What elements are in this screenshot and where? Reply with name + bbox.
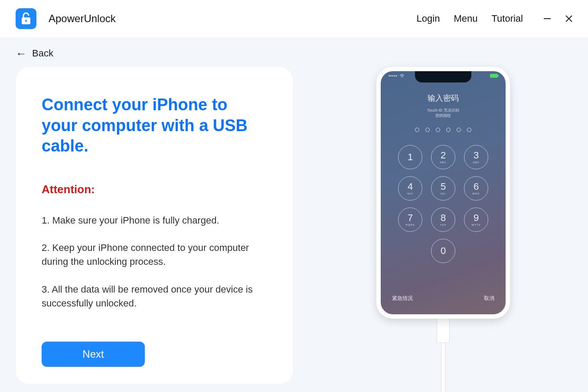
usb-connector [437,317,450,343]
login-link[interactable]: Login [417,13,440,24]
back-button[interactable]: ← Back [16,37,53,67]
phone-keypad: 12ABC3DEF4GHI5JKL6MNO7PQRS8TUV9WXYZ0 [381,145,506,263]
attention-item-2: 2. Keep your iPhone connected to your co… [42,241,267,269]
keypad-key-0: 0 [431,239,455,263]
attention-label: Attention: [42,183,267,196]
body-area: ← Back Connect your iPhone to your compu… [0,37,588,392]
next-button[interactable]: Next [42,342,145,367]
pin-dot [425,128,430,132]
phone-mockup: ••••• 输入密码 Touch ID 无法识别 您的指纹 [376,67,510,319]
keypad-key-5: 5JKL [431,176,455,201]
lock-icon [20,12,32,25]
cancel-link: 取消 [484,295,494,302]
minimize-button[interactable] [541,13,553,25]
battery-icon [490,74,498,78]
menu-link[interactable]: Menu [454,13,477,24]
lock-content: 输入密码 Touch ID 无法识别 您的指纹 [381,93,506,132]
phone-notch [415,71,471,82]
phone-illustration: ••••• 输入密码 Touch ID 无法识别 您的指纹 [310,67,576,392]
header-right: Login Menu Tutorial [417,13,575,25]
keypad-key-3: 3DEF [464,145,488,169]
header-left: ApowerUnlock [16,8,116,29]
keypad-key-1: 1 [398,145,422,169]
status-left: ••••• [389,74,405,78]
usb-cable [441,343,445,392]
keypad-key-9: 9WXYZ [464,208,488,232]
pin-dot [436,128,440,132]
minimize-icon [542,14,552,23]
tutorial-link[interactable]: Tutorial [491,13,523,24]
content-row: Connect your iPhone to your computer wit… [16,67,576,392]
instruction-card: Connect your iPhone to your computer wit… [16,67,293,384]
phone-bottom-links: 紧急情况 取消 [381,295,506,302]
pin-dot [467,128,471,132]
attention-item-3: 3. All the data will be removed once you… [42,283,267,310]
svg-point-1 [25,20,27,22]
keypad-key-8: 8TUV [431,208,455,232]
pin-dot [457,128,461,132]
close-icon [564,14,574,23]
card-title: Connect your iPhone to your computer wit… [42,95,267,157]
lock-title: 输入密码 [381,93,506,103]
pin-dot [415,128,419,132]
attention-item-1: 1. Make sure your iPhone is fully charge… [42,214,267,227]
keypad-key-4: 4GHI [398,176,422,201]
back-arrow-icon: ← [16,48,27,59]
keypad-key-6: 6MNO [464,176,488,201]
header-bar: ApowerUnlock Login Menu Tutorial [0,0,588,37]
back-label: Back [32,48,53,59]
pin-dot [446,128,451,132]
emergency-link: 紧急情况 [392,295,413,302]
lock-subtitle: Touch ID 无法识别 您的指纹 [381,108,506,118]
window-controls [541,13,575,25]
app-name: ApowerUnlock [49,13,116,25]
wifi-icon [399,74,405,78]
signal-icon: ••••• [389,74,398,78]
pin-dots [381,128,506,132]
keypad-key-2: 2ABC [431,145,455,169]
app-logo [16,8,36,29]
keypad-key-7: 7PQRS [398,208,422,232]
close-button[interactable] [563,13,575,25]
